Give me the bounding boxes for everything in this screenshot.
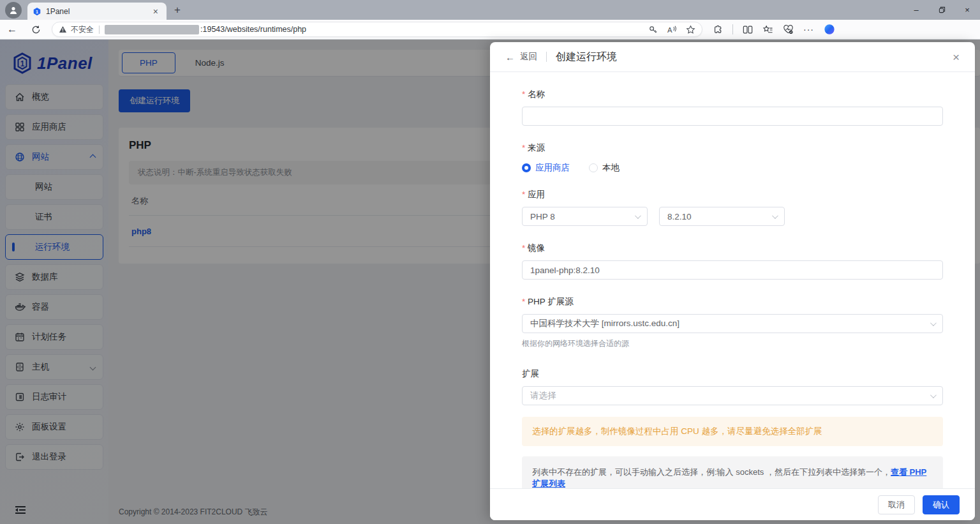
password-key-icon[interactable] — [648, 25, 658, 34]
image-input[interactable] — [522, 260, 943, 280]
create-runtime-drawer: ← 返回 创建运行环境 × 名称 来源 应用商店 本地 — [490, 42, 975, 520]
radio-dot-icon — [589, 163, 598, 172]
toolbar-separator — [732, 24, 733, 34]
name-input[interactable] — [522, 107, 943, 126]
screen: 1 1Panel × + – × ← 不安全 — [0, 0, 980, 524]
radio-dot-icon — [522, 163, 531, 172]
read-aloud-icon[interactable]: A — [667, 25, 677, 34]
settings-more-icon[interactable]: ··· — [803, 24, 814, 34]
drawer-footer: 取消 确认 — [490, 488, 975, 520]
window-controls: – × — [903, 0, 980, 20]
url-text: :19543/websites/runtimes/php — [200, 25, 643, 34]
ext-source-select[interactable]: 中国科学技术大学 [mirrors.ustc.edu.cn] — [522, 314, 943, 333]
drawer-title: 创建运行环境 — [556, 50, 617, 64]
avatar-icon — [8, 5, 19, 15]
redacted-host — [105, 25, 199, 34]
page: 1 1Panel 概览 应用商店 网站 网站 — [0, 40, 980, 524]
favicon-1panel-icon: 1 — [33, 7, 41, 16]
back-button[interactable]: ← — [0, 24, 24, 35]
browser-profile-button[interactable] — [5, 2, 22, 19]
chevron-down-icon — [772, 213, 778, 219]
extensions-icon[interactable] — [713, 24, 723, 34]
chevron-down-icon — [635, 213, 641, 219]
refresh-button[interactable] — [24, 25, 48, 34]
copilot-icon[interactable] — [824, 24, 835, 35]
radio-local[interactable]: 本地 — [589, 162, 620, 174]
extensions-select[interactable]: 请选择 — [522, 386, 943, 405]
drawer-body: 名称 来源 应用商店 本地 应用 PHP 8 — [490, 89, 975, 500]
new-tab-button[interactable]: + — [167, 4, 188, 17]
split-screen-icon[interactable] — [743, 25, 753, 34]
close-button[interactable]: × — [954, 0, 980, 20]
header-divider — [546, 52, 547, 62]
app-select-row: PHP 8 8.2.10 — [522, 200, 943, 226]
cpu-warning-alert: 选择的扩展越多，制作镜像过程中占用 CPU 越多，请尽量避免选择全部扩展 — [522, 417, 943, 446]
address-bar[interactable]: 不安全 :19543/websites/runtimes/php A — [52, 22, 702, 37]
app-version-select[interactable]: 8.2.10 — [659, 207, 785, 226]
browser-toolbar: ← 不安全 :19543/websites/runtimes/php A — [0, 20, 980, 40]
confirm-button[interactable]: 确认 — [923, 495, 960, 514]
collections-icon[interactable] — [762, 25, 773, 34]
svg-text:A: A — [667, 26, 672, 34]
back-arrow-icon[interactable]: ← — [505, 52, 515, 63]
svg-text:1: 1 — [36, 9, 38, 13]
app-label: 应用 — [522, 190, 545, 199]
name-label: 名称 — [522, 89, 545, 99]
browser-tab[interactable]: 1 1Panel × — [27, 3, 167, 20]
tab-close-icon[interactable]: × — [150, 6, 161, 17]
chevron-down-icon — [930, 320, 937, 326]
back-link[interactable]: 返回 — [520, 51, 537, 63]
cancel-button[interactable]: 取消 — [878, 495, 915, 514]
browser-essentials-icon[interactable] — [783, 25, 794, 34]
radio-appstore[interactable]: 应用商店 — [522, 162, 570, 174]
ext-source-label: PHP 扩展源 — [522, 297, 574, 306]
drawer-header: ← 返回 创建运行环境 × — [490, 42, 975, 72]
address-divider — [99, 26, 100, 34]
chevron-down-icon — [930, 392, 937, 398]
browser-titlebar: 1 1Panel × + – × — [0, 0, 980, 20]
ext-source-help: 根据你的网络环境选择合适的源 — [522, 338, 943, 349]
extensions-label: 扩展 — [522, 369, 539, 378]
source-label: 来源 — [522, 143, 545, 153]
source-radio-group: 应用商店 本地 — [522, 162, 943, 174]
security-label: 不安全 — [71, 24, 94, 35]
app-select[interactable]: PHP 8 — [522, 207, 648, 226]
minimize-button[interactable]: – — [903, 0, 929, 20]
insecure-warning-icon — [59, 26, 67, 33]
drawer-close-icon[interactable]: × — [953, 51, 960, 63]
image-label: 镜像 — [522, 243, 545, 253]
restore-button[interactable] — [929, 0, 954, 20]
favorite-star-icon[interactable] — [686, 25, 695, 34]
tab-title: 1Panel — [46, 7, 150, 16]
